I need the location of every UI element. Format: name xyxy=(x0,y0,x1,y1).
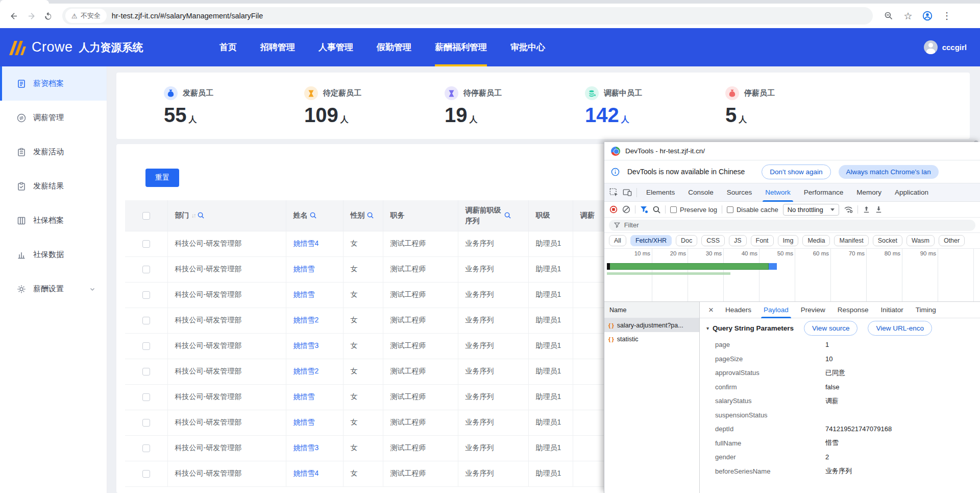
sidebar-item-salary-file[interactable]: 薪资档案 xyxy=(0,66,107,101)
request-type-chip[interactable]: Img xyxy=(778,235,799,246)
request-type-chip[interactable]: Fetch/XHR xyxy=(630,235,672,246)
detail-tab[interactable]: Initiator xyxy=(875,302,910,318)
match-language-button[interactable]: Always match Chrome's lan xyxy=(839,165,939,179)
top-nav-item[interactable]: 薪酬福利管理 xyxy=(435,28,487,66)
employee-name-link[interactable]: 姚惜雪3 xyxy=(293,443,319,452)
row-checkbox[interactable] xyxy=(142,266,150,273)
request-type-chip[interactable]: CSS xyxy=(701,235,725,246)
row-checkbox[interactable] xyxy=(142,291,150,299)
record-button[interactable] xyxy=(609,205,618,214)
security-chip[interactable]: ⚠ 不安全 xyxy=(65,9,107,23)
network-overview-timeline[interactable]: 10 ms 20 ms 30 ms 40 ms 50 ms 60 ms 70 m… xyxy=(604,249,980,302)
sidebar-item-pay-result[interactable]: 发薪结果 xyxy=(0,169,107,203)
devtools-titlebar[interactable]: DevTools - hr-test.zjf-it.cn/ xyxy=(604,142,980,160)
employee-name-link[interactable]: 姚惜雪 xyxy=(293,392,315,401)
column-search-icon[interactable] xyxy=(310,212,316,219)
column-search-icon[interactable] xyxy=(198,212,204,219)
query-string-title[interactable]: ▾Query String Parameters xyxy=(706,324,794,332)
forward-button[interactable] xyxy=(22,7,40,25)
disable-cache-label[interactable]: Disable cache xyxy=(737,206,778,214)
request-type-chip[interactable]: JS xyxy=(729,235,747,246)
row-checkbox[interactable] xyxy=(142,393,150,401)
bookmark-button[interactable]: ☆ xyxy=(899,7,917,25)
detail-tab[interactable]: Payload xyxy=(757,302,795,318)
request-row[interactable]: { } salary-adjustment?pa... xyxy=(604,318,699,332)
inspect-element-button[interactable] xyxy=(607,186,621,199)
request-type-chip[interactable]: Socket xyxy=(873,235,902,246)
devtools-tab[interactable]: Performance xyxy=(797,183,850,202)
request-type-chip[interactable]: Doc xyxy=(676,235,697,246)
request-row[interactable]: { } statistic xyxy=(604,332,699,346)
sidebar-item-social-data[interactable]: 社保数据 xyxy=(0,238,107,272)
select-all-checkbox[interactable] xyxy=(142,212,150,220)
row-checkbox[interactable] xyxy=(142,444,150,452)
zoom-out-button[interactable] xyxy=(880,7,897,25)
close-detail-button[interactable]: × xyxy=(703,305,719,315)
user-box[interactable]: cccgirl xyxy=(924,28,967,66)
view-source-button[interactable]: View source xyxy=(804,321,857,336)
sidebar-item-salary-settings[interactable]: 薪酬设置 xyxy=(0,272,107,306)
devtools-tab[interactable]: Application xyxy=(888,183,935,202)
detail-tab[interactable]: Timing xyxy=(910,302,942,318)
devtools-tab[interactable]: Network xyxy=(758,183,797,202)
employee-name-link[interactable]: 姚惜雪 xyxy=(293,265,315,273)
profile-button[interactable] xyxy=(919,7,936,25)
menu-button[interactable]: ⋮ xyxy=(938,7,955,25)
preserve-log-checkbox[interactable] xyxy=(670,206,677,213)
request-type-chip[interactable]: Font xyxy=(751,235,774,246)
network-filter-input[interactable] xyxy=(624,221,970,229)
top-nav-item[interactable]: 人事管理 xyxy=(318,28,353,66)
row-checkbox[interactable] xyxy=(142,470,150,478)
devtools-tab[interactable]: Elements xyxy=(640,183,681,202)
row-checkbox[interactable] xyxy=(142,240,150,248)
detail-tab[interactable]: Response xyxy=(831,302,875,318)
reload-button[interactable] xyxy=(40,7,57,25)
filter-toggle-button[interactable] xyxy=(640,206,648,214)
employee-name-link[interactable]: 姚惜雪 xyxy=(293,418,315,426)
employee-name-link[interactable]: 姚惜雪 xyxy=(293,290,315,298)
url-bar[interactable]: ⚠ 不安全 hr-test.zjf-it.cn/#/salaryManageme… xyxy=(62,7,873,25)
top-nav-item[interactable]: 首页 xyxy=(219,28,237,66)
top-nav-item[interactable]: 审批中心 xyxy=(510,28,545,66)
throttling-select[interactable]: No throttling xyxy=(783,204,839,216)
devtools-tab[interactable]: Sources xyxy=(720,183,759,202)
clear-button[interactable] xyxy=(622,205,630,214)
sidebar-item-social-file[interactable]: 社保档案 xyxy=(0,203,107,238)
reset-button[interactable]: 重置 xyxy=(145,169,179,187)
request-type-chip[interactable]: Media xyxy=(802,235,830,246)
url-text[interactable]: hr-test.zjf-it.cn/#/salaryManagement/sal… xyxy=(112,12,263,20)
column-search-icon[interactable] xyxy=(367,212,374,219)
row-checkbox[interactable] xyxy=(142,317,150,324)
employee-name-link[interactable]: 姚惜雪2 xyxy=(293,367,319,375)
sidebar-item-pay-activity[interactable]: 发薪活动 xyxy=(0,135,107,169)
request-type-chip[interactable]: Wasm xyxy=(906,235,935,246)
view-url-encoded-button[interactable]: View URL-enco xyxy=(868,321,932,336)
top-nav-item[interactable]: 假勤管理 xyxy=(377,28,411,66)
row-checkbox[interactable] xyxy=(142,342,150,350)
employee-name-link[interactable]: 姚惜雪2 xyxy=(293,316,319,324)
employee-name-link[interactable]: 姚惜雪4 xyxy=(293,239,319,247)
back-button[interactable] xyxy=(5,7,22,25)
network-filter-input-wrap[interactable] xyxy=(609,220,975,231)
export-har-button[interactable] xyxy=(875,206,883,214)
sidebar-item-salary-adjust[interactable]: 调薪管理 xyxy=(0,101,107,135)
request-type-chip[interactable]: All xyxy=(609,235,626,246)
import-har-button[interactable] xyxy=(863,206,870,214)
employee-name-link[interactable]: 姚惜雪4 xyxy=(293,469,319,477)
network-search-button[interactable] xyxy=(653,206,660,214)
column-search-icon[interactable] xyxy=(504,212,511,219)
detail-tab[interactable]: Preview xyxy=(795,302,831,318)
device-toolbar-button[interactable] xyxy=(621,186,634,199)
disable-cache-checkbox[interactable] xyxy=(727,206,733,213)
preserve-log-label[interactable]: Preserve log xyxy=(680,206,717,214)
brand[interactable]: Crowe 人力资源系统 xyxy=(8,28,143,66)
detail-tab[interactable]: Headers xyxy=(719,302,757,318)
devtools-tab[interactable]: Memory xyxy=(850,183,888,202)
sort-icon[interactable]: ↓↑ xyxy=(191,212,195,219)
dont-show-again-button[interactable]: Don't show again xyxy=(762,165,830,179)
row-checkbox[interactable] xyxy=(142,368,150,375)
request-type-chip[interactable]: Manifest xyxy=(834,235,868,246)
network-conditions-button[interactable] xyxy=(844,206,853,213)
request-type-chip[interactable]: Other xyxy=(939,235,965,246)
request-list-header[interactable]: Name xyxy=(604,302,699,318)
